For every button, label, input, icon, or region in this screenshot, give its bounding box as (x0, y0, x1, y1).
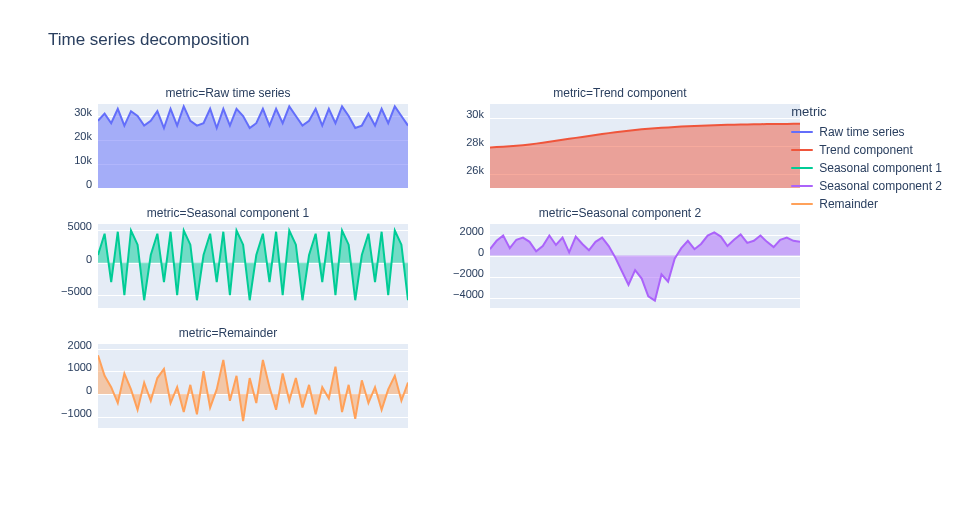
legend-label: Trend component (819, 143, 913, 157)
legend-swatch (791, 149, 813, 151)
legend-item[interactable]: Trend component (791, 143, 942, 157)
y-tick: 0 (48, 384, 92, 396)
series-svg (98, 224, 408, 308)
legend-swatch (791, 203, 813, 205)
page-title: Time series decomposition (48, 30, 250, 50)
series-svg (98, 104, 408, 188)
legend-swatch (791, 131, 813, 133)
y-tick: −1000 (48, 407, 92, 419)
panel-title: metric=Remainder (48, 326, 408, 340)
panel-remainder: metric=Remainder−1000010002000 (48, 326, 408, 428)
panel-title: metric=Raw time series (48, 86, 408, 100)
y-tick: 28k (440, 136, 484, 148)
y-tick: 30k (440, 108, 484, 120)
legend-swatch (791, 167, 813, 169)
y-tick: 0 (48, 178, 92, 190)
panel-title: metric=Seasonal component 2 (440, 206, 800, 220)
legend-item[interactable]: Raw time series (791, 125, 942, 139)
legend-label: Remainder (819, 197, 878, 211)
legend-swatch (791, 185, 813, 187)
y-axis: −1000010002000 (48, 340, 92, 424)
plot-area[interactable] (98, 224, 408, 308)
y-tick: 1000 (48, 361, 92, 373)
y-tick: −5000 (48, 285, 92, 297)
legend-title: metric (791, 104, 942, 119)
legend-item[interactable]: Remainder (791, 197, 942, 211)
series-svg (490, 104, 800, 188)
panel-trend-component: metric=Trend component26k28k30k (440, 86, 800, 188)
y-tick: 30k (48, 106, 92, 118)
plot-area[interactable] (98, 344, 408, 428)
y-tick: 0 (440, 246, 484, 258)
y-axis: 010k20k30k (48, 100, 92, 184)
y-axis: −4000−200002000 (440, 220, 484, 304)
series-svg (490, 224, 800, 308)
y-tick: 20k (48, 130, 92, 142)
y-tick: 5000 (48, 220, 92, 232)
y-tick: 10k (48, 154, 92, 166)
panel-raw-time-series: metric=Raw time series010k20k30k (48, 86, 408, 188)
y-tick: 0 (48, 253, 92, 265)
y-tick: −4000 (440, 288, 484, 300)
y-tick: 26k (440, 164, 484, 176)
legend-item[interactable]: Seasonal component 2 (791, 179, 942, 193)
y-tick: 2000 (440, 225, 484, 237)
y-axis: −500005000 (48, 220, 92, 304)
plot-area[interactable] (490, 224, 800, 308)
legend: metric Raw time seriesTrend componentSea… (791, 104, 942, 215)
legend-label: Raw time series (819, 125, 904, 139)
y-axis: 26k28k30k (440, 100, 484, 184)
y-tick: 2000 (48, 339, 92, 351)
panel-seasonal-component-1: metric=Seasonal component 1−500005000 (48, 206, 408, 308)
plot-area[interactable] (98, 104, 408, 188)
y-tick: −2000 (440, 267, 484, 279)
panel-seasonal-component-2: metric=Seasonal component 2−4000−2000020… (440, 206, 800, 308)
series-svg (98, 344, 408, 428)
panel-title: metric=Trend component (440, 86, 800, 100)
panel-title: metric=Seasonal component 1 (48, 206, 408, 220)
legend-label: Seasonal component 1 (819, 161, 942, 175)
legend-label: Seasonal component 2 (819, 179, 942, 193)
plot-area[interactable] (490, 104, 800, 188)
legend-item[interactable]: Seasonal component 1 (791, 161, 942, 175)
